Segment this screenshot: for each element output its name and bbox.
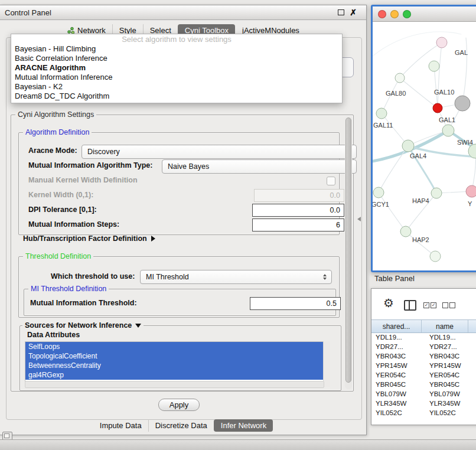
data-attribute-betweennesscentrality[interactable]: BetweennessCentrality bbox=[25, 361, 324, 370]
zoom-traffic-light-icon[interactable] bbox=[403, 10, 411, 18]
sources-disclosure[interactable]: Sources for Network Inference bbox=[22, 321, 144, 330]
network-node-gal[interactable] bbox=[436, 37, 447, 48]
table-cell: YER054C bbox=[371, 371, 425, 379]
bottom-tab-discretize-data[interactable]: Discretize Data bbox=[148, 419, 214, 432]
mi-steps-field[interactable]: 6 bbox=[252, 219, 344, 231]
mi-steps-label: Mutual Information Steps: bbox=[28, 220, 119, 229]
network-node-gal1[interactable] bbox=[442, 125, 454, 136]
algorithm-option-bayesian-hill-climbing[interactable]: Bayesian - Hill Climbing bbox=[11, 44, 342, 54]
aracne-mode-select[interactable]: Discovery bbox=[81, 145, 357, 159]
algorithm-option-bayesian-k2[interactable]: Bayesian - K2 bbox=[11, 82, 342, 92]
network-node-label: GCY1 bbox=[373, 201, 389, 208]
table-cell: YBR043C bbox=[425, 353, 475, 360]
table-row[interactable]: YDL19...YDL19...13 bbox=[371, 332, 476, 342]
column-header-partial[interactable] bbox=[468, 320, 476, 332]
table-row[interactable]: YER054CYER054C8. bbox=[371, 370, 476, 380]
column-header-name[interactable]: name bbox=[422, 320, 468, 332]
network-node-hap4[interactable] bbox=[431, 188, 442, 198]
table-row[interactable]: YBL079WYBL079W bbox=[371, 389, 476, 399]
manual-kernel-width-checkbox bbox=[327, 177, 335, 185]
algorithm-option-dream8-dc-tdc-algorithm[interactable]: Dream8 DC_TDC Algorithm bbox=[11, 92, 342, 101]
minimize-traffic-light-icon[interactable] bbox=[390, 10, 399, 18]
bottom-tab-infer-network[interactable]: Infer Network bbox=[214, 419, 273, 432]
splitter-collapse-icon[interactable] bbox=[357, 217, 361, 221]
attributes-horizontal-scrollbar[interactable] bbox=[25, 381, 324, 388]
aracne-mode-value: Discovery bbox=[87, 148, 120, 156]
select-none-unchecked-icon[interactable] bbox=[442, 302, 455, 308]
threshold-definition-title: Threshold Definition bbox=[23, 252, 93, 260]
settings-gear-icon[interactable]: ⚙ bbox=[383, 297, 394, 309]
table-cell: YDR27... bbox=[425, 343, 475, 350]
algorithm-option-mutual-information-inference[interactable]: Mutual Information Inference bbox=[11, 73, 342, 82]
algorithm-option-aracne-algorithm[interactable]: ARACNE Algorithm bbox=[11, 63, 342, 73]
network-node-y[interactable] bbox=[466, 185, 476, 197]
network-view-window[interactable]: GALGAL80GAL10GAL11GAL1SWI4GAL4GCY1HAP4YH… bbox=[371, 5, 476, 272]
data-attribute-gal4rgexp[interactable]: gal4RGexp bbox=[25, 370, 324, 380]
network-canvas[interactable]: GALGAL80GAL10GAL11GAL1SWI4GAL4GCY1HAP4YH… bbox=[373, 21, 476, 269]
settings-scrollbar[interactable] bbox=[345, 117, 352, 389]
table-row[interactable]: YIL052CYIL052C bbox=[371, 408, 476, 418]
bottom-tab-impute-data[interactable]: Impute Data bbox=[93, 419, 148, 432]
column-layout-icon[interactable] bbox=[404, 300, 416, 311]
combo-arrows-icon bbox=[321, 272, 329, 282]
which-threshold-select[interactable]: MI Threshold bbox=[140, 270, 332, 284]
table-row[interactable]: YBR045CYBR045C9. bbox=[371, 380, 476, 389]
table-row[interactable]: YPR145WYPR145W9. bbox=[371, 361, 476, 370]
mi-threshold-definition-group: MI Threshold Definition Mutual Informati… bbox=[24, 289, 336, 316]
network-node-gcy1[interactable] bbox=[373, 187, 384, 198]
select-all-checked-icon[interactable]: ✓ ✓ bbox=[423, 302, 436, 308]
attributes-vertical-scrollbar[interactable] bbox=[323, 341, 330, 387]
network-edge[interactable] bbox=[406, 231, 435, 256]
network-edge[interactable] bbox=[379, 146, 408, 193]
apply-button[interactable]: Apply bbox=[158, 399, 200, 411]
mi-threshold-field[interactable]: 0.5 bbox=[250, 297, 341, 310]
network-node-gal10[interactable] bbox=[433, 103, 442, 113]
table-cell: YDL19... bbox=[371, 334, 425, 341]
settings-scrollbar-thumb[interactable] bbox=[345, 118, 351, 383]
network-node-gal4[interactable] bbox=[402, 140, 414, 152]
network-node-label: GAL bbox=[455, 49, 468, 56]
table-row[interactable]: YBR043CYBR043C bbox=[371, 351, 476, 361]
network-edge[interactable] bbox=[373, 32, 461, 59]
table-row[interactable]: YDR27...YDR27...12 bbox=[371, 342, 476, 351]
algorithm-dropdown-popup: Select algorithm to view settings Bayesi… bbox=[11, 34, 343, 103]
close-icon[interactable]: ✗ bbox=[350, 8, 357, 17]
which-threshold-value: MI Threshold bbox=[146, 273, 189, 281]
table-row[interactable]: YLR345WYLR345W9. bbox=[371, 399, 476, 408]
column-header-shared-name[interactable]: shared... bbox=[371, 320, 422, 332]
close-traffic-light-icon[interactable] bbox=[378, 10, 386, 18]
control-panel-title: Control Panel bbox=[5, 8, 51, 17]
table-cell: YBL079W bbox=[371, 390, 425, 397]
algorithm-options: Bayesian - Hill ClimbingBasic Correlatio… bbox=[11, 44, 342, 101]
aracne-mode-label: Aracne Mode: bbox=[28, 146, 77, 155]
dpi-tolerance-value: 0.0 bbox=[330, 206, 340, 214]
data-attribute-topologicalcoefficient[interactable]: TopologicalCoefficient bbox=[25, 351, 324, 361]
data-attributes-list[interactable]: SelfLoopsTopologicalCoefficientBetweenne… bbox=[25, 341, 324, 381]
network-edge[interactable] bbox=[438, 43, 442, 108]
network-window-titlebar[interactable] bbox=[373, 6, 476, 22]
control-panel-titlebar[interactable]: Control Panel ✗ bbox=[0, 5, 366, 20]
network-edge[interactable] bbox=[462, 38, 467, 103]
network-edge[interactable] bbox=[434, 66, 438, 108]
network-node[interactable] bbox=[429, 61, 439, 71]
mi-algorithm-type-select[interactable]: Naive Bayes bbox=[162, 159, 357, 174]
network-node[interactable] bbox=[455, 96, 470, 111]
algorithm-option-basic-correlation-inference[interactable]: Basic Correlation Inference bbox=[11, 54, 342, 63]
network-edge[interactable] bbox=[400, 43, 442, 78]
network-node-gal80[interactable] bbox=[395, 73, 405, 83]
kernel-width-value: 0.0 bbox=[330, 191, 340, 200]
network-edge[interactable] bbox=[379, 193, 406, 231]
kernel-width-label: Kernel Width (0,1): bbox=[28, 191, 93, 199]
table-cell: YDL19... bbox=[425, 334, 475, 341]
network-node-hap2[interactable] bbox=[400, 226, 411, 237]
network-node[interactable] bbox=[430, 251, 441, 262]
algorithm-placeholder: Select algorithm to view settings bbox=[11, 34, 342, 44]
dpi-tolerance-field[interactable]: 0.0 bbox=[252, 204, 344, 217]
network-edge[interactable] bbox=[382, 113, 408, 146]
network-node-gal11[interactable] bbox=[376, 108, 387, 119]
mi-steps-value: 6 bbox=[336, 221, 340, 229]
float-window-icon[interactable] bbox=[338, 9, 344, 15]
table-cell: YPR145W bbox=[425, 362, 475, 369]
data-attribute-selfloops[interactable]: SelfLoops bbox=[25, 342, 324, 351]
hub-tf-disclosure[interactable]: Hub/Transcription Factor Definition bbox=[23, 234, 155, 243]
